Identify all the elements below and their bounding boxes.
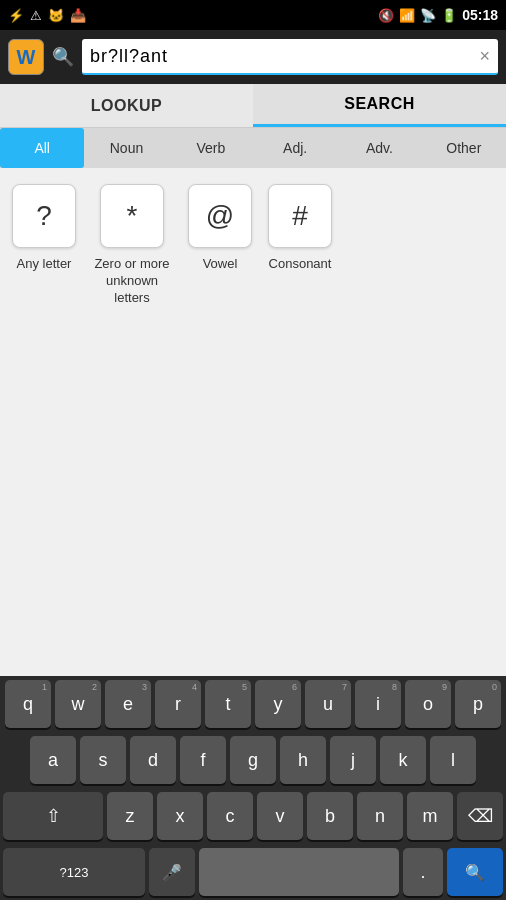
key-k[interactable]: k xyxy=(380,736,426,784)
search-icon: 🔍 xyxy=(52,46,74,68)
wildcard-consonant-box[interactable]: # xyxy=(268,184,332,248)
keyboard-row-1: 1q 2w 3e 4r 5t 6y 7u 8i 9o 0p xyxy=(0,676,506,732)
period-key[interactable]: . xyxy=(403,848,443,896)
wildcard-any-letter-box[interactable]: ? xyxy=(12,184,76,248)
clear-icon[interactable]: × xyxy=(479,46,490,67)
hash-symbol: # xyxy=(292,200,308,232)
key-z[interactable]: z xyxy=(107,792,153,840)
key-p[interactable]: 0p xyxy=(455,680,501,728)
at-symbol: @ xyxy=(206,200,234,232)
app-logo[interactable]: W xyxy=(8,39,44,75)
app-letter: W xyxy=(17,46,36,69)
status-icons-right: 🔇 📶 📡 🔋 05:18 xyxy=(378,7,498,23)
key-g[interactable]: g xyxy=(230,736,276,784)
num-switch-key[interactable]: ?123 xyxy=(3,848,145,896)
wildcard-zero-more[interactable]: * Zero or more unknown letters xyxy=(92,184,172,307)
wildcard-vowel-label: Vowel xyxy=(203,256,238,273)
key-v[interactable]: v xyxy=(257,792,303,840)
search-bar[interactable]: br?ll?ant × xyxy=(82,39,498,75)
type-filter: All Noun Verb Adj. Adv. Other xyxy=(0,128,506,168)
filter-verb[interactable]: Verb xyxy=(169,128,253,168)
key-b[interactable]: b xyxy=(307,792,353,840)
download-icon: 📥 xyxy=(70,8,86,23)
keyboard-row-4: ?123 🎤 . 🔍 xyxy=(0,844,506,900)
app-icon-status: 🐱 xyxy=(48,8,64,23)
tab-search[interactable]: SEARCH xyxy=(253,84,506,127)
key-q[interactable]: 1q xyxy=(5,680,51,728)
battery-icon: 🔋 xyxy=(441,8,457,23)
key-r[interactable]: 4r xyxy=(155,680,201,728)
key-o[interactable]: 9o xyxy=(405,680,451,728)
key-c[interactable]: c xyxy=(207,792,253,840)
key-w[interactable]: 2w xyxy=(55,680,101,728)
mic-key[interactable]: 🎤 xyxy=(149,848,195,896)
wildcard-vowel-box[interactable]: @ xyxy=(188,184,252,248)
wildcard-any-letter[interactable]: ? Any letter xyxy=(12,184,76,273)
usb-icon: ⚡ xyxy=(8,8,24,23)
key-m[interactable]: m xyxy=(407,792,453,840)
asterisk-symbol: * xyxy=(127,200,138,232)
key-n[interactable]: n xyxy=(357,792,403,840)
status-time: 05:18 xyxy=(462,7,498,23)
keyboard: 1q 2w 3e 4r 5t 6y 7u 8i 9o 0p a s d f g … xyxy=(0,676,506,900)
key-t[interactable]: 5t xyxy=(205,680,251,728)
key-j[interactable]: j xyxy=(330,736,376,784)
key-u[interactable]: 7u xyxy=(305,680,351,728)
key-i[interactable]: 8i xyxy=(355,680,401,728)
filter-noun[interactable]: Noun xyxy=(84,128,168,168)
wifi-icon: 📶 xyxy=(399,8,415,23)
keyboard-row-2: a s d f g h j k l xyxy=(0,732,506,788)
status-icons-left: ⚡ ⚠ 🐱 📥 xyxy=(8,8,86,23)
key-h[interactable]: h xyxy=(280,736,326,784)
signal-icon: 📡 xyxy=(420,8,436,23)
search-input[interactable]: br?ll?ant xyxy=(90,46,479,67)
filter-adv[interactable]: Adv. xyxy=(337,128,421,168)
header: W 🔍 br?ll?ant × xyxy=(0,30,506,84)
question-mark-symbol: ? xyxy=(36,200,52,232)
tab-bar: LOOKUP SEARCH xyxy=(0,84,506,128)
key-l[interactable]: l xyxy=(430,736,476,784)
backspace-key[interactable]: ⌫ xyxy=(457,792,503,840)
key-x[interactable]: x xyxy=(157,792,203,840)
wildcard-zero-more-box[interactable]: * xyxy=(100,184,164,248)
wildcard-consonant-label: Consonant xyxy=(269,256,332,273)
key-a[interactable]: a xyxy=(30,736,76,784)
wildcard-consonant[interactable]: # Consonant xyxy=(268,184,332,273)
wildcard-zero-more-label: Zero or more unknown letters xyxy=(92,256,172,307)
key-s[interactable]: s xyxy=(80,736,126,784)
key-y[interactable]: 6y xyxy=(255,680,301,728)
filter-adj[interactable]: Adj. xyxy=(253,128,337,168)
keyboard-row-3: ⇧ z x c v b n m ⌫ xyxy=(0,788,506,844)
status-bar: ⚡ ⚠ 🐱 📥 🔇 📶 📡 🔋 05:18 xyxy=(0,0,506,30)
key-d[interactable]: d xyxy=(130,736,176,784)
key-f[interactable]: f xyxy=(180,736,226,784)
filter-other[interactable]: Other xyxy=(422,128,506,168)
tab-lookup[interactable]: LOOKUP xyxy=(0,84,253,127)
space-key[interactable] xyxy=(199,848,399,896)
alert-icon: ⚠ xyxy=(30,8,42,23)
content-area xyxy=(0,323,506,523)
filter-all[interactable]: All xyxy=(0,128,84,168)
wildcard-area: ? Any letter * Zero or more unknown lett… xyxy=(0,168,506,323)
wildcard-any-letter-label: Any letter xyxy=(17,256,72,273)
mute-icon: 🔇 xyxy=(378,8,394,23)
key-e[interactable]: 3e xyxy=(105,680,151,728)
wildcard-vowel[interactable]: @ Vowel xyxy=(188,184,252,273)
search-key[interactable]: 🔍 xyxy=(447,848,503,896)
shift-key[interactable]: ⇧ xyxy=(3,792,103,840)
